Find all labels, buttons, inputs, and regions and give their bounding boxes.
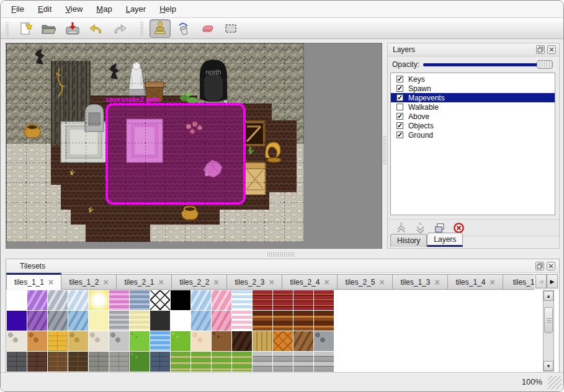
menu-view[interactable]: View: [58, 1, 89, 17]
palette-tile[interactable]: [27, 311, 47, 331]
tab-close-icon[interactable]: ×: [213, 278, 218, 286]
palette-tile[interactable]: [89, 290, 109, 310]
palette-tile[interactable]: [212, 311, 231, 331]
palette-tile[interactable]: [253, 311, 272, 331]
tileset-tab-tiles_1_3[interactable]: tiles_1_3×: [393, 274, 448, 290]
palette-tile[interactable]: [171, 290, 190, 310]
close-panel-icon[interactable]: [547, 45, 556, 54]
vertical-splitter[interactable]: [382, 43, 387, 249]
palette-tile[interactable]: [130, 290, 150, 310]
tileset-tab-tiles_2_2[interactable]: tiles_2_2×: [172, 274, 227, 290]
palette-tile[interactable]: [293, 311, 313, 331]
layer-checkbox-keys[interactable]: ✓: [396, 76, 403, 82]
palette-tile[interactable]: [314, 311, 334, 331]
palette-tile[interactable]: [212, 352, 231, 372]
tab-history[interactable]: History: [390, 234, 427, 247]
tab-close-icon[interactable]: ×: [269, 278, 274, 286]
layer-row-ground[interactable]: ✓Ground: [391, 130, 555, 140]
palette-tile[interactable]: [253, 331, 272, 351]
palette-tile[interactable]: [293, 290, 313, 310]
open-button[interactable]: [38, 19, 60, 38]
palette-tile[interactable]: [150, 352, 170, 372]
map-canvas[interactable]: north: [6, 43, 382, 249]
palette-tile[interactable]: [253, 290, 272, 310]
tileset-tab-tiles_1_2[interactable]: tiles_1_2×: [61, 274, 117, 290]
layers-panel-titlebar[interactable]: Layers: [388, 43, 559, 56]
tileset-tab-tiles_1_1[interactable]: tiles_1_1×: [6, 273, 61, 290]
layer-row-above[interactable]: ✓Above: [391, 112, 555, 121]
redo-button[interactable]: [109, 19, 130, 38]
palette-tile[interactable]: [273, 331, 293, 351]
opacity-slider[interactable]: [423, 60, 553, 69]
layer-checkbox-objects[interactable]: ✓: [396, 122, 403, 129]
palette-tile[interactable]: [7, 331, 27, 351]
palette-tile[interactable]: [314, 290, 334, 310]
palette-tile[interactable]: [253, 352, 272, 372]
palette-tile[interactable]: [191, 290, 211, 310]
undo-button[interactable]: [86, 19, 107, 38]
layer-checkbox-walkable[interactable]: [396, 104, 403, 110]
close-panel-icon[interactable]: [547, 262, 555, 270]
splitter-handle[interactable]: [383, 135, 387, 164]
menu-file[interactable]: File: [4, 1, 31, 17]
tab-close-icon[interactable]: ×: [48, 278, 53, 286]
scroll-down-icon[interactable]: ▼: [544, 361, 553, 371]
palette-tile[interactable]: [150, 290, 170, 310]
layer-row-objects[interactable]: ✓Objects: [391, 121, 555, 130]
palette-tile[interactable]: [191, 352, 211, 372]
tileset-tab-tiles_1_[interactable]: tiles_1_×: [503, 274, 534, 290]
palette-tile[interactable]: [273, 290, 293, 310]
tileset-tab-tiles_2_1[interactable]: tiles_2_1×: [117, 274, 172, 290]
tab-close-icon[interactable]: ×: [324, 278, 329, 286]
tab-close-icon[interactable]: ×: [379, 278, 384, 286]
palette-tile[interactable]: [232, 311, 252, 331]
palette-tile[interactable]: [109, 331, 129, 351]
palette-tile[interactable]: [68, 352, 88, 372]
palette-tile[interactable]: [7, 311, 27, 331]
palette-tile[interactable]: [171, 311, 190, 331]
palette-tile[interactable]: [191, 331, 211, 351]
tab-close-icon[interactable]: ×: [490, 278, 495, 286]
tileset-tab-tiles_2_3[interactable]: tiles_2_3×: [227, 274, 282, 290]
resize-grip-icon[interactable]: [548, 376, 562, 390]
palette-tile[interactable]: [273, 311, 293, 331]
palette-scrollbar[interactable]: ▲ ▼: [543, 290, 554, 372]
palette-tile[interactable]: [232, 331, 252, 351]
palette-tile[interactable]: [48, 311, 68, 331]
palette-tile[interactable]: [212, 331, 231, 351]
tileset-tab-tiles_2_5[interactable]: tiles_2_5×: [338, 274, 393, 290]
tab-layers[interactable]: Layers: [427, 233, 463, 247]
fill-tool-button[interactable]: [173, 19, 194, 38]
opacity-slider-handle[interactable]: [537, 60, 553, 69]
stamp-tool-button[interactable]: [150, 19, 171, 38]
new-button[interactable]: [15, 19, 36, 38]
palette-tile[interactable]: [109, 352, 129, 372]
scroll-up-icon[interactable]: ▲: [544, 291, 553, 301]
palette-tile[interactable]: [7, 290, 27, 310]
palette-tile[interactable]: [68, 331, 88, 351]
palette-tile[interactable]: [130, 331, 150, 351]
menu-edit[interactable]: Edit: [31, 1, 58, 17]
palette-tile[interactable]: [48, 352, 68, 372]
palette-tile[interactable]: [150, 311, 170, 331]
menu-layer[interactable]: Layer: [119, 1, 153, 17]
tab-close-icon[interactable]: ×: [103, 278, 108, 286]
palette-tile[interactable]: [27, 331, 47, 351]
tileset-tab-tiles_2_4[interactable]: tiles_2_4×: [282, 274, 338, 290]
layer-checkbox-above[interactable]: ✓: [396, 113, 403, 120]
palette-tile[interactable]: [68, 290, 88, 310]
palette-tile[interactable]: [68, 311, 88, 331]
palette-tile[interactable]: [293, 352, 313, 372]
float-panel-icon[interactable]: [535, 262, 544, 270]
horizontal-splitter-handle[interactable]: [267, 252, 295, 257]
tabs-scroll-left-button[interactable]: ◀: [535, 274, 547, 288]
palette-tile[interactable]: [150, 331, 170, 351]
palette-tile[interactable]: [27, 290, 47, 310]
menu-help[interactable]: Help: [153, 1, 183, 17]
menu-map[interactable]: Map: [89, 1, 119, 17]
tab-close-icon[interactable]: ×: [434, 278, 439, 286]
palette-tile[interactable]: [232, 352, 252, 372]
raise-layer-button[interactable]: [394, 221, 408, 234]
scrollbar-thumb[interactable]: [544, 307, 553, 333]
palette-tile[interactable]: [273, 352, 293, 372]
